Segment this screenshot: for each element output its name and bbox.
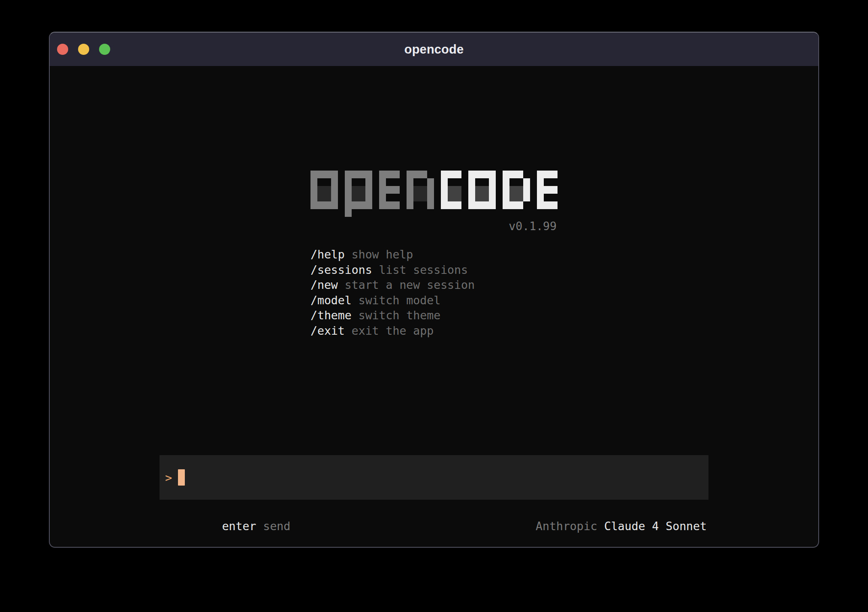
titlebar[interactable]: opencode — [50, 33, 818, 66]
command-row-help: /help show help — [310, 247, 475, 262]
send-action-hint: send — [263, 519, 290, 533]
zoom-button[interactable] — [99, 44, 110, 55]
command-row-exit: /exit exit the app — [310, 323, 475, 339]
traffic-lights — [57, 33, 110, 66]
minimize-button[interactable] — [78, 44, 89, 55]
logo-letter-n — [407, 171, 434, 209]
logo-letter-d — [503, 171, 530, 209]
provider-label: Anthropic — [536, 519, 597, 533]
command-row-model: /model switch model — [310, 293, 475, 308]
close-button[interactable] — [57, 44, 68, 55]
prompt-symbol: > — [165, 471, 172, 484]
logo-letter-e — [537, 171, 558, 209]
model-indicator[interactable]: AnthropicClaude 4 Sonnet — [481, 501, 707, 548]
command-name: /theme — [310, 309, 352, 322]
command-name: /sessions — [310, 263, 372, 276]
opencode-logo — [310, 171, 558, 217]
desktop-background: opencode v0.1.99 /help show help/session… — [0, 0, 868, 612]
command-description: switch theme — [352, 309, 440, 322]
command-description: switch model — [352, 294, 440, 307]
logo-letter-p — [345, 171, 372, 217]
command-description: exit the app — [345, 324, 434, 337]
command-row-sessions: /sessions list sessions — [310, 262, 475, 278]
version-label: v0.1.99 — [509, 219, 557, 233]
command-description: list sessions — [372, 263, 468, 276]
enter-key-hint: enter — [222, 519, 256, 533]
logo-letter-c — [441, 171, 461, 209]
command-row-theme: /theme switch theme — [310, 308, 475, 323]
logo-letter-e — [379, 171, 400, 209]
logo-letter-o — [468, 171, 496, 209]
command-list: /help show help/sessions list sessions/n… — [310, 247, 475, 338]
command-name: /exit — [310, 324, 345, 337]
command-row-new: /new start a new session — [310, 277, 475, 293]
command-description: start a new session — [338, 278, 475, 291]
message-input[interactable]: > — [160, 455, 708, 500]
command-name: /new — [310, 278, 338, 291]
logo-letter-o — [310, 171, 338, 209]
text-cursor-block — [178, 469, 185, 486]
command-name: /help — [310, 248, 345, 261]
opencode-app-window: opencode v0.1.99 /help show help/session… — [49, 32, 819, 548]
status-bar: entersend AnthropicClaude 4 Sonnet — [160, 501, 708, 548]
command-name: /model — [310, 294, 352, 307]
command-description: show help — [345, 248, 413, 261]
send-hint: entersend — [167, 501, 290, 548]
model-label: Claude 4 Sonnet — [604, 519, 707, 533]
window-title: opencode — [404, 42, 464, 57]
